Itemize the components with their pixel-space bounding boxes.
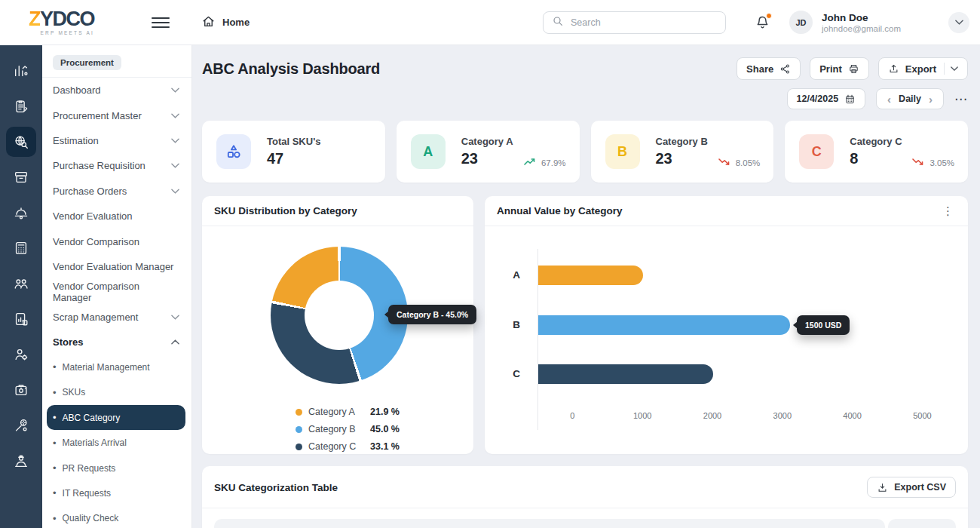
share-icon — [779, 63, 791, 75]
x-axis-tick-label: 4000 — [843, 411, 861, 420]
billing-machine-icon[interactable] — [6, 233, 36, 263]
printer-icon — [848, 63, 859, 75]
sidebar-subitem-label: SKUs — [63, 387, 86, 398]
bar-b[interactable] — [538, 315, 790, 335]
search-input[interactable] — [571, 17, 717, 28]
bullet-icon: • — [53, 387, 57, 398]
sidebar-item-vendor-evaluation-manager[interactable]: Vendor Evaluation Manager — [42, 254, 191, 279]
legend-label: Category C — [308, 441, 370, 452]
table-header-row: Material Code↓↑Material NameUnit Cost (U… — [214, 519, 956, 528]
export-csv-label: Export CSV — [894, 482, 946, 493]
kpi-trend: 67.9% — [524, 158, 566, 167]
table-divider — [202, 508, 968, 508]
trend-value: 3.05% — [929, 158, 954, 167]
sidebar-subitem-label: Materials Arrival — [63, 437, 127, 448]
bar-chart-title: Annual Value by Category — [497, 205, 623, 216]
chevron-down-icon — [171, 138, 179, 143]
sidebar-subitem-skus[interactable]: •SKUs — [47, 380, 185, 405]
vault-icon[interactable] — [6, 375, 36, 405]
team-icon[interactable] — [6, 269, 36, 299]
shapes-icon — [216, 134, 251, 169]
share-button[interactable]: Share — [737, 57, 801, 80]
user-menu-button[interactable] — [948, 12, 969, 33]
date-value: 12/4/2025 — [797, 94, 839, 104]
sidebar-item-purchase-requisition[interactable]: Purchase Requisition — [42, 153, 191, 178]
chevron-up-icon — [171, 339, 179, 345]
kpi-value: 47 — [267, 150, 320, 167]
chevron-down-icon — [955, 20, 963, 25]
table-title: SKU Categorization Table — [214, 482, 338, 493]
notifications-button[interactable] — [755, 14, 771, 32]
kpi-row: Total SKU's47ACategory A2367.9%BCategory… — [202, 121, 968, 183]
sidebar-subitem-label: IT Requests — [63, 488, 111, 499]
next-period-icon[interactable]: › — [927, 94, 934, 105]
bar-a[interactable] — [538, 266, 643, 285]
x-axis-tick-label: 0 — [570, 411, 574, 420]
sidebar-item-label: Vendor Evaluation — [53, 210, 133, 222]
donut-chart-title: SKU Distribution by Category — [214, 205, 357, 216]
procurement-search-icon[interactable] — [6, 127, 36, 157]
bar-c[interactable] — [538, 364, 713, 384]
card-menu-icon[interactable]: ⋮ — [940, 204, 956, 218]
hamburger-menu-icon[interactable] — [152, 14, 170, 31]
avatar[interactable]: JD — [789, 11, 813, 34]
export-label: Export — [905, 63, 936, 75]
bar-category-label-b: B — [506, 315, 527, 335]
export-csv-button[interactable]: Export CSV — [867, 477, 956, 498]
module-badge: Procurement — [53, 55, 121, 70]
legend-label: Category B — [308, 424, 370, 434]
chevron-down-icon — [171, 87, 179, 93]
bullet-icon: • — [53, 361, 57, 373]
sidebar-subitem-it-requests[interactable]: •IT Requests — [47, 480, 185, 505]
inspector-icon[interactable] — [6, 446, 36, 476]
brand-area: ZYDCO ERP MEETS AI — [0, 0, 192, 45]
sidebar-item-label: Procurement Master — [53, 110, 142, 121]
chevron-down-icon — [171, 315, 179, 320]
date-picker-button[interactable]: 12/4/2025 — [787, 88, 866, 109]
sidebar-subitem-abc-category[interactable]: •ABC Category — [47, 405, 185, 430]
sidebar-subitem-material-management[interactable]: •Material Management — [47, 355, 185, 379]
sidebar-item-vendor-evaluation[interactable]: Vendor Evaluation — [42, 204, 191, 229]
notification-badge — [766, 13, 772, 19]
sidebar: Procurement DashboardProcurement MasterE… — [42, 45, 192, 528]
clipboard-icon[interactable] — [6, 91, 36, 121]
breadcrumb-home[interactable]: Home — [201, 14, 250, 31]
engineering-icon[interactable] — [6, 198, 36, 228]
sidebar-item-scrap-management[interactable]: Scrap Management — [42, 305, 191, 330]
logo: ZYDCO ERP MEETS AI — [29, 9, 94, 35]
trend-value: 8.05% — [736, 158, 761, 167]
search-box[interactable] — [543, 11, 726, 34]
sidebar-item-vendor-comparison-manager[interactable]: Vendor Comparison Manager — [42, 279, 191, 304]
export-button[interactable]: Export — [878, 57, 968, 80]
bullet-icon: • — [53, 437, 57, 449]
trend-up-icon — [524, 158, 537, 167]
x-axis-tick-label: 3000 — [773, 411, 792, 420]
tools-icon[interactable] — [6, 410, 36, 441]
sidebar-subitem-pr-requests[interactable]: •PR Requests — [47, 456, 185, 480]
user-settings-icon[interactable] — [6, 339, 36, 370]
sidebar-subitem-quality-check[interactable]: •Quality Check — [47, 506, 185, 528]
chevron-down-icon — [171, 189, 179, 194]
analytics-icon[interactable] — [6, 56, 36, 86]
sidebar-item-stores[interactable]: Stores — [42, 330, 191, 355]
sidebar-item-purchase-orders[interactable]: Purchase Orders — [42, 179, 191, 204]
sidebar-item-label: Dashboard — [53, 84, 101, 96]
more-options-icon[interactable]: ⋯ — [954, 91, 968, 107]
sidebar-item-procurement-master[interactable]: Procurement Master — [42, 103, 191, 127]
print-button[interactable]: Print — [810, 57, 869, 80]
kpi-label: Category A — [461, 136, 513, 147]
report-icon[interactable] — [6, 304, 36, 334]
archive-icon[interactable] — [6, 162, 36, 192]
previous-period-icon[interactable]: ‹ — [886, 94, 893, 105]
legend-dot-icon — [296, 426, 302, 433]
kpi-label: Total SKU's — [267, 136, 320, 147]
sidebar-subitem-label: Material Management — [63, 362, 150, 373]
sidebar-item-vendor-comparison[interactable]: Vendor Comparison — [42, 229, 191, 253]
sidebar-item-estimation[interactable]: Estimation — [42, 128, 191, 153]
sidebar-subitem-materials-arrival[interactable]: •Materials Arrival — [47, 430, 185, 455]
search-icon — [552, 15, 564, 30]
period-selector[interactable]: ‹ Daily › — [876, 88, 944, 109]
legend-value: 33.1 % — [370, 441, 400, 452]
sidebar-item-dashboard[interactable]: Dashboard — [42, 78, 191, 103]
category-b-icon: B — [605, 134, 640, 169]
